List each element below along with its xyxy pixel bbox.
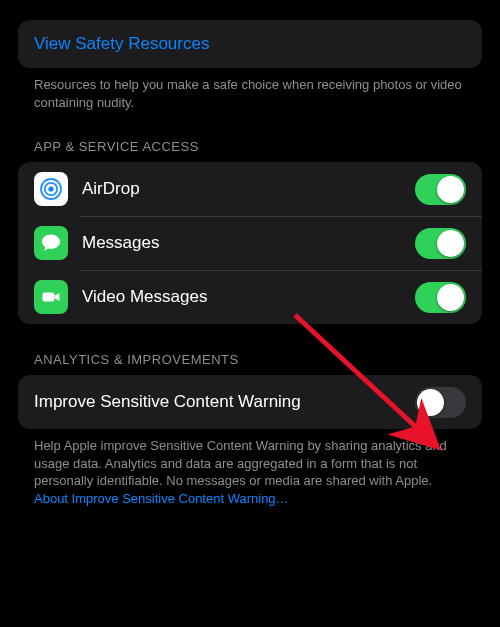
video-icon [34, 280, 68, 314]
safety-resources-card: View Safety Resources [18, 20, 482, 68]
improve-scw-label: Improve Sensitive Content Warning [34, 392, 415, 412]
analytics-list: Improve Sensitive Content Warning [18, 375, 482, 429]
analytics-header: ANALYTICS & IMPROVEMENTS [18, 324, 482, 375]
view-safety-resources-link[interactable]: View Safety Resources [18, 20, 482, 68]
analytics-footer-text: Help Apple improve Sensitive Content War… [34, 438, 447, 488]
video-messages-row[interactable]: Video Messages [18, 270, 482, 324]
svg-rect-3 [43, 293, 55, 302]
about-improve-scw-link[interactable]: About Improve Sensitive Content Warning… [34, 491, 289, 506]
app-service-access-header: APP & SERVICE ACCESS [18, 111, 482, 162]
messages-icon [34, 226, 68, 260]
video-messages-label: Video Messages [82, 287, 415, 307]
improve-scw-row[interactable]: Improve Sensitive Content Warning [18, 375, 482, 429]
video-messages-toggle[interactable] [415, 282, 466, 313]
airdrop-toggle[interactable] [415, 174, 466, 205]
analytics-footer: Help Apple improve Sensitive Content War… [18, 429, 482, 507]
svg-point-2 [48, 186, 53, 191]
messages-toggle[interactable] [415, 228, 466, 259]
airdrop-icon [34, 172, 68, 206]
safety-resources-footer: Resources to help you make a safe choice… [18, 68, 482, 111]
messages-label: Messages [82, 233, 415, 253]
messages-row[interactable]: Messages [18, 216, 482, 270]
improve-scw-toggle[interactable] [415, 387, 466, 418]
airdrop-label: AirDrop [82, 179, 415, 199]
app-service-access-list: AirDrop Messages Video Messages [18, 162, 482, 324]
airdrop-row[interactable]: AirDrop [18, 162, 482, 216]
